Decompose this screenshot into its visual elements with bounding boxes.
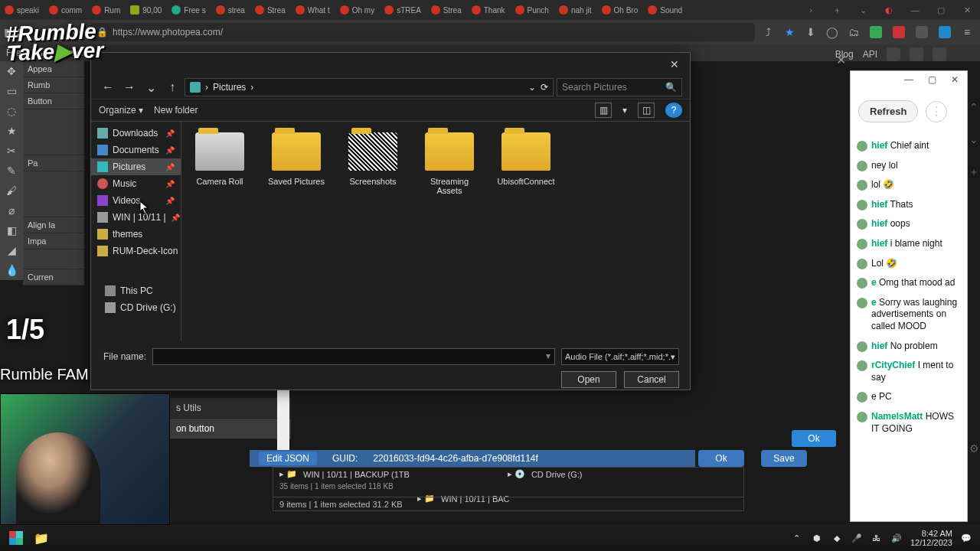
- eyedropper-tool-icon[interactable]: ✎: [0, 161, 23, 181]
- sidebar-item[interactable]: Documents📌: [91, 142, 181, 158]
- marquee-tool-icon[interactable]: ▭: [0, 81, 23, 101]
- window-close-button[interactable]: ✕: [954, 0, 980, 20]
- panel-close-icon[interactable]: ✕: [833, 52, 848, 67]
- sidebar-item[interactable]: WIN | 10/11 |📌: [91, 209, 181, 226]
- chevron-down-icon[interactable]: ▾: [546, 350, 550, 361]
- ok-button[interactable]: Ok: [792, 430, 836, 447]
- tab[interactable]: nah jit: [554, 0, 596, 20]
- window-maximize-button[interactable]: ▢: [928, 0, 954, 20]
- chevron-up-icon[interactable]: ⌃: [968, 101, 980, 113]
- tab-scroll-right-icon[interactable]: ›: [798, 5, 824, 15]
- notifications-icon[interactable]: 💬: [960, 532, 972, 544]
- clone-tool-icon[interactable]: ⌀: [0, 201, 23, 220]
- reddit-icon[interactable]: [887, 47, 900, 61]
- extension-icon[interactable]: [867, 23, 885, 41]
- extension-icon[interactable]: [890, 23, 908, 41]
- tab[interactable]: Thank: [467, 0, 510, 20]
- window-maximize-button[interactable]: ▢: [924, 74, 939, 85]
- sidebar-item[interactable]: Downloads📌: [91, 125, 181, 142]
- opera-icon[interactable]: ◐: [876, 5, 902, 15]
- window-minimize-button[interactable]: —: [901, 74, 916, 85]
- link-api[interactable]: API: [863, 49, 877, 60]
- new-tab-button[interactable]: ＋: [824, 5, 850, 16]
- gradient-tool-icon[interactable]: ◢: [0, 240, 23, 260]
- view-mode-button[interactable]: ▥: [595, 103, 612, 118]
- crop-tool-icon[interactable]: ✂: [0, 141, 23, 161]
- tab[interactable]: 90,00: [126, 0, 166, 20]
- sidebar-item[interactable]: CD Drive (G:): [91, 299, 181, 316]
- microphone-icon[interactable]: 🎤: [851, 532, 863, 544]
- extension-icon[interactable]: [913, 23, 931, 41]
- folder-item[interactable]: Saved Pictures: [267, 132, 325, 186]
- sidebar-item[interactable]: RUM-Deck-Icon: [91, 243, 181, 259]
- nav-forward-button[interactable]: →: [120, 78, 139, 96]
- folder-item[interactable]: Screenshots: [344, 132, 402, 186]
- gear-icon[interactable]: ⚙: [968, 442, 980, 455]
- facebook-icon[interactable]: [933, 47, 946, 61]
- nav-recent-dropdown[interactable]: ⌄: [142, 78, 160, 96]
- menu-icon[interactable]: ≡: [959, 24, 975, 41]
- filetype-select[interactable]: Audio File (*.aif;*.aiff;*.mid;*.m▾: [561, 348, 679, 365]
- help-button[interactable]: ?: [665, 103, 682, 118]
- tab[interactable]: speaki: [0, 0, 44, 20]
- wand-tool-icon[interactable]: ★: [0, 121, 23, 141]
- refresh-icon[interactable]: ⟳: [541, 82, 548, 93]
- tray-icon[interactable]: ⬢: [811, 532, 823, 544]
- organize-menu[interactable]: Organize ▾: [99, 105, 143, 116]
- extension-icon[interactable]: [936, 23, 954, 41]
- tab[interactable]: Rum: [87, 0, 125, 20]
- nav-back-button[interactable]: ←: [99, 78, 117, 96]
- nav-up-button[interactable]: ↑: [163, 78, 181, 96]
- network-icon[interactable]: 🖧: [871, 532, 883, 544]
- folder-item[interactable]: Streaming Assets: [420, 132, 479, 195]
- save-button[interactable]: Save: [761, 450, 807, 467]
- tab[interactable]: strea: [211, 0, 250, 20]
- blur-tool-icon[interactable]: 💧: [0, 260, 23, 280]
- lasso-tool-icon[interactable]: ◌: [0, 101, 23, 121]
- tab[interactable]: Oh Bro: [597, 0, 643, 20]
- search-input[interactable]: Search Pictures 🔍: [557, 78, 682, 96]
- chevron-down-icon[interactable]: ▾: [622, 105, 627, 116]
- share-icon[interactable]: ⤴: [760, 24, 776, 41]
- start-button[interactable]: [5, 527, 28, 549]
- sidebar-item[interactable]: Videos📌: [91, 192, 181, 209]
- open-button[interactable]: Open: [561, 371, 616, 388]
- tab[interactable]: comm: [44, 0, 87, 20]
- taskbar-clock[interactable]: 8:42 AM 12/12/2023: [910, 529, 952, 547]
- plus-icon[interactable]: ＋: [968, 165, 980, 178]
- edit-json-button[interactable]: Edit JSON: [259, 452, 317, 465]
- refresh-button[interactable]: Refresh: [858, 100, 918, 122]
- brush-tool-icon[interactable]: 🖌: [0, 181, 23, 201]
- tray-icon[interactable]: ◆: [831, 532, 843, 544]
- more-menu-button[interactable]: ⋮: [926, 101, 947, 122]
- chat-message-list[interactable]: hief Chief aintney lollol 🤣hief Thatshie…: [851, 136, 967, 504]
- chevron-down-icon[interactable]: ⌄: [968, 133, 980, 145]
- cancel-button[interactable]: Cancel: [624, 371, 679, 388]
- eraser-tool-icon[interactable]: ◧: [0, 220, 23, 240]
- profile-icon[interactable]: ◯: [824, 24, 841, 41]
- tab[interactable]: What t: [291, 0, 335, 20]
- tab[interactable]: Punch: [511, 0, 554, 20]
- tab[interactable]: Strea: [426, 0, 466, 20]
- folder-item[interactable]: UbisoftConnect: [497, 132, 555, 186]
- twitter-icon[interactable]: [910, 47, 923, 61]
- tray-chevron-icon[interactable]: ⌃: [791, 532, 803, 544]
- window-minimize-button[interactable]: —: [902, 0, 928, 20]
- downloads-icon[interactable]: ⬇: [802, 24, 819, 41]
- filename-input[interactable]: [152, 348, 555, 365]
- chevron-down-icon[interactable]: ⌄: [528, 82, 536, 93]
- sidebar-item[interactable]: themes: [91, 226, 181, 243]
- collections-icon[interactable]: 🗂: [845, 24, 862, 41]
- dialog-close-button[interactable]: ✕: [664, 56, 685, 73]
- ok-button[interactable]: Ok: [698, 450, 744, 467]
- new-folder-button[interactable]: New folder: [154, 105, 198, 116]
- folder-item[interactable]: Camera Roll: [191, 132, 249, 186]
- address-bar[interactable]: 🔒 https://www.photopea.com/: [90, 23, 755, 41]
- tab-overflow-icon[interactable]: ⌄: [850, 5, 876, 15]
- sidebar-item[interactable]: Music📌: [91, 175, 181, 192]
- tab[interactable]: Oh my: [335, 0, 379, 20]
- sidebar-item[interactable]: This PC: [91, 282, 181, 299]
- taskbar-app-icon[interactable]: 📁: [31, 527, 52, 549]
- tab[interactable]: Sound: [643, 0, 687, 20]
- sidebar-item[interactable]: Pictures📌: [91, 158, 181, 175]
